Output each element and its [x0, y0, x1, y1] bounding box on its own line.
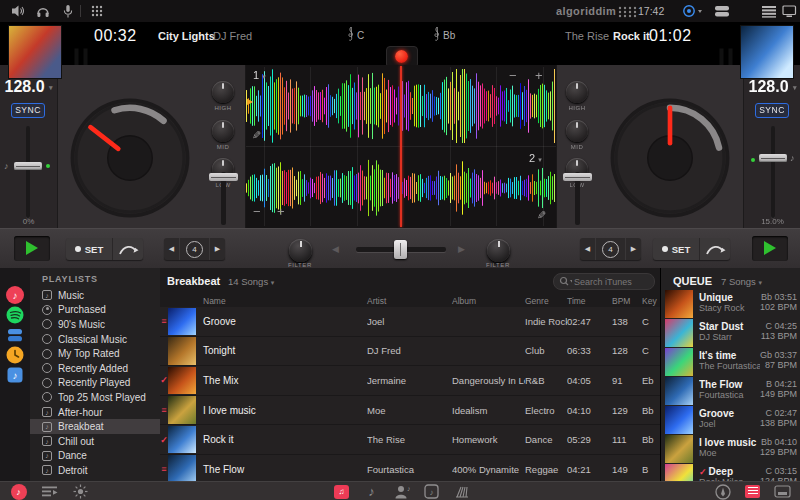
volume-icon[interactable]	[11, 4, 25, 18]
table-song-count[interactable]: 14 Songs ▾	[228, 276, 274, 287]
album-icon[interactable]: ♪	[423, 483, 440, 500]
deck1-eq-mid-knob[interactable]	[212, 120, 234, 142]
deck2-volume-handle[interactable]	[563, 173, 592, 181]
deck2-pitch-bend-button[interactable]	[699, 238, 730, 260]
deck2-loop-double-button[interactable]: ▶	[625, 238, 641, 260]
deck2-loop-toggle[interactable]: 4	[595, 238, 625, 260]
record-session-menu-icon[interactable]	[682, 4, 704, 18]
deck2-zoom-in-button[interactable]: +	[277, 207, 285, 217]
decks-view-icon[interactable]	[714, 4, 730, 18]
playlist-item-top-25-most-played[interactable]: Top 25 Most Played	[30, 390, 160, 405]
instruments-icon[interactable]	[453, 483, 470, 500]
deck1-loop-double-button[interactable]: ▶	[209, 238, 225, 260]
queue-item[interactable]: The FlowFourtasticaB 04:21149 BPM	[661, 377, 800, 406]
deck1-volume-handle[interactable]	[209, 173, 238, 181]
deck1-wave-label[interactable]: 1 ▾	[253, 69, 266, 81]
table-row[interactable]: ≡I love musicMoeIdealismElectro04:10129B…	[160, 396, 660, 426]
table-row[interactable]: ≡The FlowFourtastica400% DynamiteReggae0…	[160, 455, 660, 481]
playlist-item-classical-music[interactable]: Classical Music	[30, 332, 160, 347]
table-row[interactable]: ≡GrooveJoelIndie Rock02:47138C	[160, 307, 660, 337]
deck2-edit-pencil-icon[interactable]: ✎	[537, 209, 546, 222]
artist-icon[interactable]: ♪	[393, 483, 410, 500]
deck2-eq-mid-knob[interactable]	[566, 120, 588, 142]
list-view-icon[interactable]	[761, 4, 777, 18]
library-grid-icon-active[interactable]: ♫	[333, 483, 350, 500]
queue-item[interactable]: UniqueStacy RockBb 03:51102 BPM	[661, 290, 800, 319]
playlist-item-after-hour[interactable]: ♪After-hour	[30, 405, 160, 420]
deck1-jog-wheel[interactable]	[65, 93, 195, 223]
playlist-item-recently-played[interactable]: Recently Played	[30, 376, 160, 391]
deck1-play-button[interactable]	[14, 236, 50, 261]
waveform-playhead	[400, 66, 402, 227]
spotify-source-icon[interactable]	[6, 306, 24, 324]
itunes-source-icon[interactable]: ♪	[6, 286, 24, 304]
deck1-loop-halve-button[interactable]: ◀	[164, 238, 179, 260]
history-clock-source-icon[interactable]	[6, 346, 24, 364]
deck1-edit-pencil-icon[interactable]: ✎	[252, 129, 261, 142]
deck2-jog-wheel[interactable]	[605, 93, 735, 223]
playlist-item-recently-added[interactable]: Recently Added	[30, 361, 160, 376]
media-folder-source-icon[interactable]: ♪	[6, 366, 24, 384]
queue-item[interactable]: Star DustDJ StarrC 04:25113 BPM	[661, 319, 800, 348]
deck-info-strip: 00:32 City Lights DJ Fred C ▶◀ Bb The Ri…	[0, 22, 800, 65]
queue-item[interactable]: I love musicMoeBb 04:10129 BPM	[661, 435, 800, 464]
display-icon[interactable]	[782, 4, 797, 18]
deck2-sync-button[interactable]: SYNC	[755, 103, 789, 118]
queue-song-count[interactable]: 7 Songs ▾	[721, 276, 762, 287]
deck2-set-cue-button[interactable]: SET	[653, 238, 699, 260]
deck1-set-cue-button[interactable]: SET	[66, 238, 112, 260]
deck1-zoom-in-button[interactable]: +	[535, 71, 543, 81]
playlist-item-90-s-music[interactable]: 90's Music	[30, 317, 160, 332]
compass-icon[interactable]	[714, 483, 731, 500]
deck1-tempo-handle[interactable]	[14, 162, 42, 170]
deck2-loop-halve-button[interactable]: ◀	[580, 238, 595, 260]
brightness-icon[interactable]	[72, 483, 89, 500]
microphone-icon[interactable]	[61, 4, 75, 18]
deck2-filter-knob[interactable]	[487, 239, 510, 262]
song-list-icon-active[interactable]	[744, 483, 761, 500]
deck2-play-button[interactable]	[752, 236, 788, 261]
playlist-item-breakbeat[interactable]: ♪Breakbeat	[30, 419, 160, 434]
table-row[interactable]: TonightDJ FredClub06:33128C	[160, 337, 660, 367]
deck1-filter-knob[interactable]	[289, 239, 312, 262]
playlist-item-detroit[interactable]: ♪Detroit	[30, 463, 160, 478]
apps-grid-icon[interactable]	[90, 4, 104, 18]
playlist-item-my-top-rated[interactable]: My Top Rated	[30, 346, 160, 361]
table-column-headers[interactable]: Name Artist Album Genre Time BPM Key	[160, 294, 660, 308]
deck1-sync-button[interactable]: SYNC	[11, 103, 45, 118]
device-dock-icon[interactable]	[774, 483, 791, 500]
deck2-wave-label[interactable]: 2 ▾	[529, 152, 542, 164]
deck2-bpm[interactable]: 128.0 ▾	[744, 78, 800, 96]
deck2-tempo-handle[interactable]	[759, 154, 787, 162]
search-input[interactable]	[572, 276, 654, 288]
deck1-loop-toggle[interactable]: 4	[179, 238, 209, 260]
playlist-item-chill-out[interactable]: ♪Chill out	[30, 434, 160, 449]
library-bars-source-icon[interactable]	[6, 326, 24, 344]
smart-playlist-icon	[42, 349, 52, 359]
playlist-item-dance[interactable]: ♪Dance	[30, 449, 160, 464]
deck1-eq-high-knob[interactable]	[212, 81, 234, 103]
deck2-clef-icon	[433, 26, 441, 42]
deck2-zoom-out-button[interactable]: −	[253, 207, 261, 217]
itunes-icon[interactable]: ♪	[10, 483, 27, 500]
deck2-eq-high-knob[interactable]	[566, 81, 588, 103]
playlist-item-music[interactable]: ♪Music	[30, 288, 160, 303]
play-queue-icon[interactable]	[41, 483, 58, 500]
queue-item[interactable]: ✓DeepRock MilesC 03:15124 BPM	[661, 464, 800, 481]
headphones-icon[interactable]	[36, 4, 50, 18]
queue-album-art	[665, 435, 693, 463]
table-row[interactable]: ✓The MixJermaineDangerously In LoveR&B04…	[160, 366, 660, 396]
deck1-tempo-slider[interactable]	[26, 126, 30, 218]
queue-item[interactable]: It's timeThe FourtasticaGb 03:3787 BPM	[661, 348, 800, 377]
deck1-pitch-bend-button[interactable]	[112, 238, 143, 260]
table-row[interactable]: ✓Rock itThe RiseHomeworkDance05:29111Bb	[160, 425, 660, 455]
queue-key-time: C 03:15	[760, 466, 797, 476]
deck1-bpm[interactable]: 128.0 ▾	[0, 78, 57, 96]
deck1-zoom-out-button[interactable]: −	[509, 71, 517, 81]
playlist-item-purchased[interactable]: Purchased	[30, 303, 160, 318]
deck2-tempo-slider[interactable]	[771, 126, 775, 218]
crossfader-handle[interactable]	[394, 240, 407, 259]
queue-item[interactable]: GrooveJoelC 02:47138 BPM	[661, 406, 800, 435]
music-note-icon[interactable]: ♪	[363, 483, 380, 500]
search-box[interactable]	[553, 273, 655, 290]
